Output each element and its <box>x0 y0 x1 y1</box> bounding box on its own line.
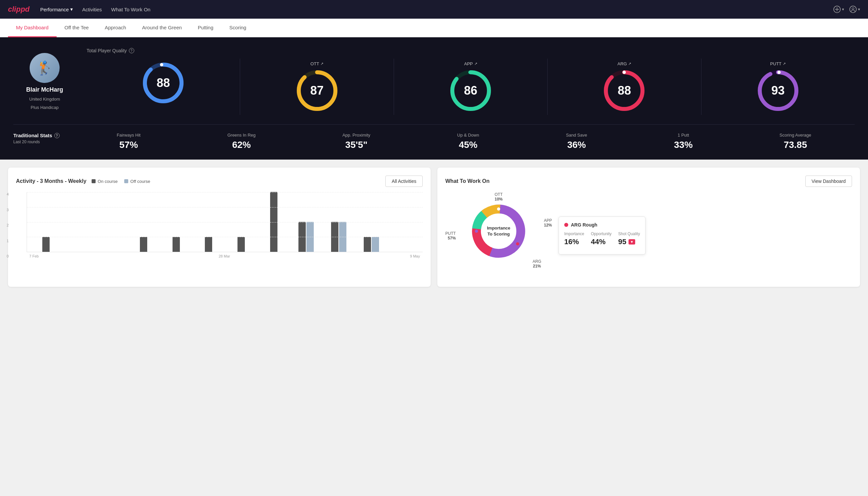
bottom-panels: Activity - 3 Months - Weekly On course O… <box>0 159 868 295</box>
tabs-bar: My Dashboard Off the Tee Approach Around… <box>0 19 868 37</box>
ring-app: APP ↗ 86 <box>394 59 548 115</box>
player-info: 🏌️ Blair McHarg United Kingdom Plus Hand… <box>13 53 86 110</box>
ring-total-container: 88 <box>142 61 185 105</box>
tooltip-dot <box>564 223 568 227</box>
bar-on-course-6 <box>237 237 245 252</box>
stats-items: Fairways Hit 57% Greens In Reg 62% App. … <box>73 133 855 150</box>
tooltip-header: ARG Rough <box>564 222 640 228</box>
tpq-help-icon[interactable]: ? <box>129 48 134 53</box>
stat-one-putt: 1 Putt 33% <box>674 133 693 150</box>
bar-on-course-9 <box>331 222 338 252</box>
app-arrow-icon: ↗ <box>474 62 477 66</box>
tooltip-row: Importance 16% Opportunity 44% Shot Qual… <box>564 232 640 246</box>
tooltip-col-opportunity: Opportunity 44% <box>591 232 612 246</box>
main-nav: Performance ▾ Activities What To Work On <box>40 6 151 12</box>
hero-divider <box>13 124 855 125</box>
ring-app-container: 86 <box>449 69 492 112</box>
donut-center-text: Importance To Scoring <box>487 225 510 237</box>
bar-off-course-8 <box>306 222 314 252</box>
tab-approach[interactable]: Approach <box>97 19 134 37</box>
avatar: 🏌️ <box>30 53 60 83</box>
stat-sand-save: Sand Save 36% <box>566 133 587 150</box>
view-dashboard-button[interactable]: View Dashboard <box>805 175 852 187</box>
donut-wrapper: OTT 10% APP 12% ARG 21% PUTT 57% <box>445 192 552 279</box>
bar-on-course-7 <box>270 192 278 252</box>
ring-putt: PUTT ↗ 93 <box>701 59 855 115</box>
stat-app-proximity: App. Proximity 35'5" <box>343 133 370 150</box>
stats-sublabel: Last 20 rounds <box>13 140 73 144</box>
ring-arg-container: 88 <box>602 69 646 112</box>
bar-on-course-0 <box>42 237 50 252</box>
bar-on-course-10 <box>364 237 371 252</box>
svg-point-25 <box>497 207 500 211</box>
nav-performance[interactable]: Performance ▾ <box>40 6 73 12</box>
tab-scoring[interactable]: Scoring <box>221 19 254 37</box>
wtwon-panel-header: What To Work On View Dashboard <box>445 175 852 187</box>
what-to-work-on-panel: What To Work On View Dashboard OTT 10% A… <box>437 168 860 287</box>
legend-on-course: On course <box>92 179 117 184</box>
bar-off-course-10 <box>372 237 379 252</box>
svg-point-3 <box>850 6 856 13</box>
chart-y-labels: 4 3 2 1 0 <box>7 192 9 258</box>
bar-on-course-8 <box>298 222 306 252</box>
chart-x-labels: 7 Feb 28 Mar 9 May <box>27 254 423 258</box>
tooltip-title: ARG Rough <box>571 222 597 228</box>
ring-putt-label: PUTT ↗ <box>770 61 786 66</box>
nav-what-to-work-on[interactable]: What To Work On <box>111 6 151 12</box>
svg-point-26 <box>475 230 478 233</box>
tab-my-dashboard[interactable]: My Dashboard <box>8 19 57 37</box>
header-right: ▾ ▾ <box>833 6 860 13</box>
stat-up-down: Up & Down 45% <box>457 133 479 150</box>
ring-arg-value: 88 <box>617 83 631 98</box>
svg-point-16 <box>622 71 626 74</box>
bar-on-course-4 <box>173 237 180 252</box>
bar-group-10 <box>355 237 388 252</box>
activity-panel-header: Activity - 3 Months - Weekly On course O… <box>16 175 423 187</box>
tooltip-card: ARG Rough Importance 16% Opportunity 44%… <box>558 217 646 254</box>
putt-arrow-icon: ↗ <box>783 62 786 66</box>
bar-group-4 <box>160 237 192 252</box>
stats-label-block: Traditional Stats ? Last 20 rounds <box>13 133 73 144</box>
tooltip-col-importance: Importance 16% <box>564 232 584 246</box>
add-button[interactable]: ▾ <box>833 6 844 13</box>
donut-label-app: APP 12% <box>544 218 552 228</box>
stat-fairways-hit: Fairways Hit 57% <box>116 133 141 150</box>
ring-app-label: APP ↗ <box>464 61 477 66</box>
donut-label-putt: PUTT 57% <box>445 231 456 241</box>
player-handicap: Plus Handicap <box>31 105 59 110</box>
tab-around-the-green[interactable]: Around the Green <box>134 19 190 37</box>
bar-group-6 <box>225 237 257 252</box>
user-menu-button[interactable]: ▾ <box>849 6 860 13</box>
bar-group-7 <box>257 192 290 252</box>
bar-group-9 <box>322 222 355 252</box>
all-activities-button[interactable]: All Activities <box>385 175 423 187</box>
tooltip-col-shot-quality: Shot Quality 95 ▼ <box>618 232 640 246</box>
rings-row: 88 OTT ↗ 87 <box>86 59 855 115</box>
logo[interactable]: clippd <box>8 5 30 14</box>
bar-group-0 <box>30 237 62 252</box>
bar-group-8 <box>290 222 322 252</box>
arg-arrow-icon: ↗ <box>628 62 631 66</box>
bar-group-5 <box>192 237 225 252</box>
activity-panel-title: Activity - 3 Months - Weekly <box>16 178 86 184</box>
wtwon-panel-title: What To Work On <box>445 178 490 184</box>
ott-arrow-icon: ↗ <box>320 62 323 66</box>
stats-help-icon[interactable]: ? <box>54 133 60 138</box>
donut-area: OTT 10% APP 12% ARG 21% PUTT 57% <box>445 192 852 279</box>
ring-ott-value: 87 <box>311 83 324 98</box>
donut-svg-container: Importance To Scoring <box>467 200 530 263</box>
tab-putting[interactable]: Putting <box>190 19 221 37</box>
quality-row: 🏌️ Blair McHarg United Kingdom Plus Hand… <box>13 48 855 124</box>
header: clippd Performance ▾ Activities What To … <box>0 0 868 19</box>
ring-arg: ARG ↗ 88 <box>548 59 701 115</box>
ring-ott-label: OTT ↗ <box>311 61 323 66</box>
nav-activities[interactable]: Activities <box>82 6 102 12</box>
stat-scoring-avg: Scoring Average 73.85 <box>779 133 811 150</box>
ring-total-value: 88 <box>157 76 170 90</box>
bar-on-course-3 <box>140 237 147 252</box>
tab-off-the-tee[interactable]: Off the Tee <box>57 19 97 37</box>
shot-quality-badge: ▼ <box>629 239 635 245</box>
player-name: Blair McHarg <box>26 86 63 93</box>
ring-putt-value: 93 <box>771 83 785 98</box>
ring-putt-container: 93 <box>756 69 800 112</box>
